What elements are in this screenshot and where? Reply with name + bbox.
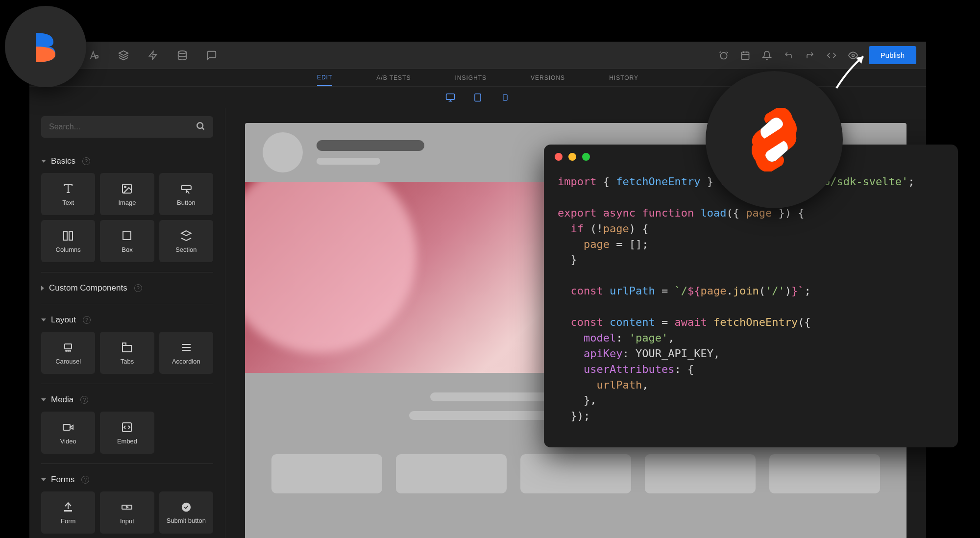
svg-marker-0 [119, 50, 128, 55]
code-token: '/' [765, 285, 785, 297]
tile-submit[interactable]: Submit button [159, 491, 213, 534]
tile-label: Input [120, 517, 134, 525]
tile-label: Section [175, 246, 196, 253]
tile-embed[interactable]: Embed [100, 412, 154, 454]
svg-point-25 [66, 350, 67, 351]
mobile-device-icon[interactable] [500, 93, 510, 102]
svg-marker-1 [149, 51, 157, 59]
svg-line-14 [202, 128, 204, 130]
help-icon[interactable]: ? [134, 284, 142, 292]
tile-tabs[interactable]: Tabs [100, 332, 154, 374]
bolt-icon[interactable] [147, 49, 159, 61]
wireframe-card [769, 454, 880, 493]
undo-icon[interactable] [783, 49, 794, 61]
topbar-left [88, 49, 218, 61]
comment-icon[interactable] [206, 49, 218, 61]
tile-columns[interactable]: Columns [41, 220, 95, 262]
bell-icon[interactable] [761, 49, 773, 61]
help-icon[interactable]: ? [83, 316, 91, 324]
code-token: page [603, 222, 629, 235]
close-traffic-light-icon[interactable] [555, 153, 563, 161]
tab-history[interactable]: HISTORY [609, 71, 638, 85]
carousel-icon [62, 341, 74, 354]
tab-abtests[interactable]: A/B TESTS [376, 71, 411, 85]
columns-icon [62, 229, 74, 242]
tile-section[interactable]: Section [159, 220, 213, 262]
calendar-icon[interactable] [739, 49, 751, 61]
help-icon[interactable]: ? [82, 157, 90, 165]
section-layout[interactable]: Layout ? [41, 308, 213, 332]
wireframe-line [317, 140, 424, 151]
code-token: fetchOneEntry [713, 316, 798, 328]
code-token: model [584, 332, 616, 344]
alarm-icon[interactable] [718, 49, 730, 61]
redo-icon[interactable] [804, 49, 816, 61]
data-icon[interactable] [176, 49, 188, 61]
code-token: page [700, 285, 726, 297]
input-icon [121, 501, 133, 514]
code-token: YOUR_API_KEY [636, 347, 713, 360]
section-label: Basics [51, 156, 75, 166]
layers-icon[interactable] [118, 49, 129, 61]
tile-accordion[interactable]: Accordion [159, 332, 213, 374]
tile-label: Form [61, 517, 75, 525]
code-token: content [610, 316, 655, 328]
svg-rect-21 [69, 231, 73, 240]
search-box[interactable] [41, 116, 213, 138]
code-token: fetchOneEntry [616, 175, 700, 188]
code-token: urlPath [596, 379, 642, 391]
layout-grid: Carousel Tabs Accordion [41, 332, 213, 374]
chevron-down-icon [41, 478, 46, 481]
divider [41, 384, 213, 384]
code-token: ${ [687, 285, 701, 297]
typography-icon[interactable] [88, 49, 100, 61]
help-icon[interactable]: ? [80, 396, 88, 404]
tablet-device-icon[interactable] [473, 93, 483, 102]
tile-video[interactable]: Video [41, 412, 95, 454]
tile-label: Text [62, 199, 74, 206]
section-basics[interactable]: Basics ? [41, 149, 213, 173]
code-token: async [603, 207, 636, 219]
maximize-traffic-light-icon[interactable] [582, 153, 590, 161]
button-icon [180, 182, 193, 195]
tile-box[interactable]: Box [100, 220, 154, 262]
section-icon [180, 229, 193, 242]
tile-input[interactable]: Input [100, 491, 154, 534]
tile-button[interactable]: Button [159, 173, 213, 215]
tile-form[interactable]: Form [41, 491, 95, 534]
builder-logo-icon [26, 27, 65, 66]
wireframe-lines [317, 140, 424, 165]
form-icon [62, 501, 74, 514]
topbar: Publish [29, 42, 926, 69]
search-icon [196, 121, 205, 133]
svg-point-26 [68, 350, 69, 351]
section-custom[interactable]: Custom Components ? [41, 276, 213, 300]
svg-point-27 [70, 350, 71, 351]
tile-label: Image [118, 199, 136, 206]
publish-button[interactable]: Publish [869, 46, 916, 64]
minimize-traffic-light-icon[interactable] [568, 153, 576, 161]
help-icon[interactable]: ? [81, 476, 89, 484]
tab-edit[interactable]: EDIT [317, 70, 332, 86]
tile-label: Carousel [55, 358, 81, 365]
divider [41, 464, 213, 464]
section-media[interactable]: Media ? [41, 388, 213, 412]
section-forms[interactable]: Forms ? [41, 468, 213, 491]
forms-grid: Form Input Submit button [41, 491, 213, 534]
tile-label: Embed [117, 438, 137, 445]
wireframe-card [396, 454, 507, 493]
tab-insights[interactable]: INSIGHTS [455, 71, 487, 85]
search-input[interactable] [49, 122, 196, 131]
svg-rect-4 [741, 52, 749, 59]
tile-carousel[interactable]: Carousel [41, 332, 95, 374]
desktop-device-icon[interactable] [445, 93, 455, 102]
code-token: }` [791, 285, 805, 297]
tab-versions[interactable]: VERSIONS [531, 71, 565, 85]
svg-rect-32 [63, 424, 70, 430]
topbar-right: Publish [718, 46, 916, 64]
tile-image[interactable]: Image [100, 173, 154, 215]
tile-label: Submit button [167, 517, 206, 524]
tile-text[interactable]: Text [41, 173, 95, 215]
wireframe-card [645, 454, 756, 493]
builder-logo-badge [5, 6, 86, 87]
